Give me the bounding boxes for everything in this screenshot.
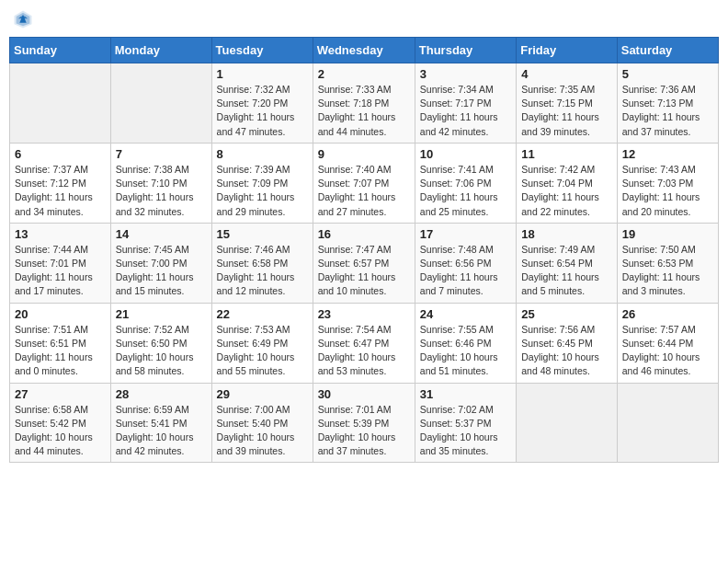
- day-number: 17: [420, 227, 511, 241]
- calendar-cell: 11Sunrise: 7:42 AM Sunset: 7:04 PM Dayli…: [517, 143, 618, 223]
- day-info: Sunrise: 7:02 AM Sunset: 5:37 PM Dayligh…: [420, 403, 511, 459]
- day-info: Sunrise: 7:51 AM Sunset: 6:51 PM Dayligh…: [15, 323, 106, 379]
- day-info: Sunrise: 7:39 AM Sunset: 7:09 PM Dayligh…: [217, 163, 308, 219]
- day-info: Sunrise: 7:36 AM Sunset: 7:13 PM Dayligh…: [622, 83, 713, 139]
- week-row: 27Sunrise: 6:58 AM Sunset: 5:42 PM Dayli…: [10, 383, 719, 463]
- week-row: 20Sunrise: 7:51 AM Sunset: 6:51 PM Dayli…: [10, 303, 719, 383]
- day-info: Sunrise: 7:46 AM Sunset: 6:58 PM Dayligh…: [217, 243, 308, 299]
- calendar-cell: 29Sunrise: 7:00 AM Sunset: 5:40 PM Dayli…: [211, 383, 313, 463]
- column-header-thursday: Thursday: [415, 38, 516, 63]
- calendar-cell: 3Sunrise: 7:34 AM Sunset: 7:17 PM Daylig…: [415, 63, 516, 144]
- calendar-cell: 13Sunrise: 7:44 AM Sunset: 7:01 PM Dayli…: [10, 223, 111, 303]
- day-number: 15: [217, 227, 308, 241]
- day-number: 12: [622, 147, 713, 161]
- day-info: Sunrise: 7:40 AM Sunset: 7:07 PM Dayligh…: [318, 163, 410, 219]
- day-info: Sunrise: 6:59 AM Sunset: 5:41 PM Dayligh…: [116, 403, 207, 459]
- day-info: Sunrise: 7:41 AM Sunset: 7:06 PM Dayligh…: [420, 163, 511, 219]
- day-number: 29: [217, 387, 308, 401]
- day-info: Sunrise: 7:48 AM Sunset: 6:56 PM Dayligh…: [420, 243, 511, 299]
- week-row: 13Sunrise: 7:44 AM Sunset: 7:01 PM Dayli…: [10, 223, 719, 303]
- day-info: Sunrise: 7:50 AM Sunset: 6:53 PM Dayligh…: [622, 243, 713, 299]
- day-number: 13: [15, 227, 106, 241]
- calendar-cell: [110, 63, 211, 144]
- calendar-cell: 2Sunrise: 7:33 AM Sunset: 7:18 PM Daylig…: [313, 63, 415, 144]
- day-number: 19: [622, 227, 713, 241]
- day-info: Sunrise: 7:43 AM Sunset: 7:03 PM Dayligh…: [622, 163, 713, 219]
- calendar-cell: [617, 383, 718, 463]
- page-header: [9, 9, 719, 29]
- day-number: 28: [116, 387, 207, 401]
- calendar-cell: 28Sunrise: 6:59 AM Sunset: 5:41 PM Dayli…: [110, 383, 211, 463]
- day-number: 11: [521, 147, 612, 161]
- day-info: Sunrise: 7:00 AM Sunset: 5:40 PM Dayligh…: [217, 403, 308, 459]
- week-row: 1Sunrise: 7:32 AM Sunset: 7:20 PM Daylig…: [10, 63, 719, 144]
- day-number: 16: [318, 227, 410, 241]
- logo: [13, 9, 35, 29]
- calendar-cell: 14Sunrise: 7:45 AM Sunset: 7:00 PM Dayli…: [110, 223, 211, 303]
- day-number: 21: [116, 307, 207, 321]
- calendar-cell: 8Sunrise: 7:39 AM Sunset: 7:09 PM Daylig…: [211, 143, 313, 223]
- column-header-wednesday: Wednesday: [313, 38, 415, 63]
- day-info: Sunrise: 7:53 AM Sunset: 6:49 PM Dayligh…: [217, 323, 308, 379]
- column-header-tuesday: Tuesday: [211, 38, 313, 63]
- calendar-cell: 9Sunrise: 7:40 AM Sunset: 7:07 PM Daylig…: [313, 143, 415, 223]
- day-info: Sunrise: 7:54 AM Sunset: 6:47 PM Dayligh…: [318, 323, 410, 379]
- calendar-cell: 21Sunrise: 7:52 AM Sunset: 6:50 PM Dayli…: [110, 303, 211, 383]
- calendar-cell: [10, 63, 111, 144]
- day-number: 30: [318, 387, 410, 401]
- day-number: 24: [420, 307, 511, 321]
- calendar-cell: 12Sunrise: 7:43 AM Sunset: 7:03 PM Dayli…: [617, 143, 718, 223]
- day-info: Sunrise: 6:58 AM Sunset: 5:42 PM Dayligh…: [15, 403, 106, 459]
- calendar-cell: 22Sunrise: 7:53 AM Sunset: 6:49 PM Dayli…: [211, 303, 313, 383]
- day-info: Sunrise: 7:32 AM Sunset: 7:20 PM Dayligh…: [217, 83, 308, 139]
- calendar-cell: 20Sunrise: 7:51 AM Sunset: 6:51 PM Dayli…: [10, 303, 111, 383]
- calendar-cell: 27Sunrise: 6:58 AM Sunset: 5:42 PM Dayli…: [10, 383, 111, 463]
- week-row: 6Sunrise: 7:37 AM Sunset: 7:12 PM Daylig…: [10, 143, 719, 223]
- logo-icon: [13, 9, 33, 29]
- calendar-cell: 15Sunrise: 7:46 AM Sunset: 6:58 PM Dayli…: [211, 223, 313, 303]
- calendar-cell: 16Sunrise: 7:47 AM Sunset: 6:57 PM Dayli…: [313, 223, 415, 303]
- column-header-monday: Monday: [110, 38, 211, 63]
- day-number: 3: [420, 67, 511, 81]
- calendar-cell: 7Sunrise: 7:38 AM Sunset: 7:10 PM Daylig…: [110, 143, 211, 223]
- day-number: 7: [116, 147, 207, 161]
- column-header-friday: Friday: [517, 38, 618, 63]
- calendar-cell: 17Sunrise: 7:48 AM Sunset: 6:56 PM Dayli…: [415, 223, 516, 303]
- day-number: 4: [521, 67, 612, 81]
- column-header-saturday: Saturday: [617, 38, 718, 63]
- day-number: 1: [217, 67, 308, 81]
- calendar-cell: 5Sunrise: 7:36 AM Sunset: 7:13 PM Daylig…: [617, 63, 718, 144]
- day-info: Sunrise: 7:42 AM Sunset: 7:04 PM Dayligh…: [521, 163, 612, 219]
- day-number: 14: [116, 227, 207, 241]
- day-number: 6: [15, 147, 106, 161]
- day-number: 9: [318, 147, 410, 161]
- day-info: Sunrise: 7:37 AM Sunset: 7:12 PM Dayligh…: [15, 163, 106, 219]
- day-number: 26: [622, 307, 713, 321]
- day-info: Sunrise: 7:49 AM Sunset: 6:54 PM Dayligh…: [521, 243, 612, 299]
- day-info: Sunrise: 7:34 AM Sunset: 7:17 PM Dayligh…: [420, 83, 511, 139]
- day-info: Sunrise: 7:44 AM Sunset: 7:01 PM Dayligh…: [15, 243, 106, 299]
- day-number: 5: [622, 67, 713, 81]
- calendar-cell: 1Sunrise: 7:32 AM Sunset: 7:20 PM Daylig…: [211, 63, 313, 144]
- day-number: 2: [318, 67, 410, 81]
- day-number: 18: [521, 227, 612, 241]
- calendar-cell: 31Sunrise: 7:02 AM Sunset: 5:37 PM Dayli…: [415, 383, 516, 463]
- day-info: Sunrise: 7:35 AM Sunset: 7:15 PM Dayligh…: [521, 83, 612, 139]
- calendar-cell: 30Sunrise: 7:01 AM Sunset: 5:39 PM Dayli…: [313, 383, 415, 463]
- day-info: Sunrise: 7:57 AM Sunset: 6:44 PM Dayligh…: [622, 323, 713, 379]
- day-number: 20: [15, 307, 106, 321]
- day-info: Sunrise: 7:55 AM Sunset: 6:46 PM Dayligh…: [420, 323, 511, 379]
- day-info: Sunrise: 7:45 AM Sunset: 7:00 PM Dayligh…: [116, 243, 207, 299]
- day-number: 22: [217, 307, 308, 321]
- day-info: Sunrise: 7:47 AM Sunset: 6:57 PM Dayligh…: [318, 243, 410, 299]
- day-number: 10: [420, 147, 511, 161]
- day-number: 23: [318, 307, 410, 321]
- calendar-cell: 4Sunrise: 7:35 AM Sunset: 7:15 PM Daylig…: [517, 63, 618, 144]
- calendar-cell: 23Sunrise: 7:54 AM Sunset: 6:47 PM Dayli…: [313, 303, 415, 383]
- calendar-cell: 18Sunrise: 7:49 AM Sunset: 6:54 PM Dayli…: [517, 223, 618, 303]
- day-number: 8: [217, 147, 308, 161]
- day-info: Sunrise: 7:33 AM Sunset: 7:18 PM Dayligh…: [318, 83, 410, 139]
- day-info: Sunrise: 7:01 AM Sunset: 5:39 PM Dayligh…: [318, 403, 410, 459]
- day-info: Sunrise: 7:38 AM Sunset: 7:10 PM Dayligh…: [116, 163, 207, 219]
- calendar-table: SundayMondayTuesdayWednesdayThursdayFrid…: [9, 37, 719, 463]
